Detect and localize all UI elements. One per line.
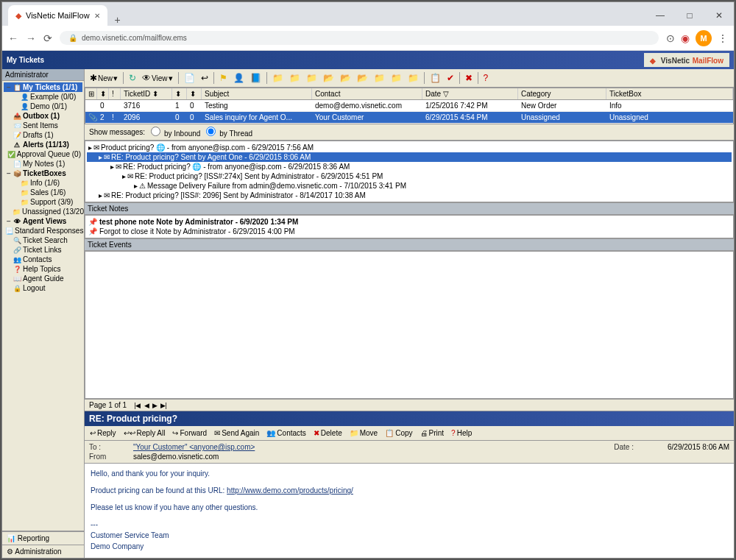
sidebar-item[interactable]: 👥Contacts <box>4 255 82 264</box>
sidebar-item[interactable]: 📁Sales (1/6) <box>4 188 82 197</box>
col-m2[interactable]: ⬍ <box>187 88 202 99</box>
extension-icon[interactable]: ◉ <box>681 32 690 44</box>
help-button[interactable]: ? <box>481 71 491 85</box>
ticket-row[interactable]: 📎2!209600Sales inquiry for Agent O...You… <box>85 112 733 124</box>
col-ticketbox[interactable]: TicketBox <box>606 88 733 99</box>
f9-button[interactable]: 📁 <box>406 71 421 85</box>
new-button[interactable]: ✱New ▾ <box>88 71 120 85</box>
new-tab-button[interactable]: + <box>107 14 128 26</box>
reply-button[interactable]: ↩Reply <box>88 428 118 438</box>
filter-thread[interactable]: by Thread <box>205 127 252 138</box>
reply-button[interactable]: ↩ <box>199 71 210 85</box>
sidebar-item[interactable]: 📃Standard Responses <box>4 226 82 235</box>
f8-button[interactable]: 📁 <box>389 71 404 85</box>
thread-item[interactable]: ▸✉ RE: Product pricing? 🌐 - from anyone@… <box>87 162 732 171</box>
sidebar-item[interactable]: 👤Example (0/0) <box>4 92 82 102</box>
help-button[interactable]: ?Help <box>449 428 474 438</box>
f7-button[interactable]: 📁 <box>372 71 387 85</box>
col-category[interactable]: Category <box>518 88 606 99</box>
address-bar[interactable]: 🔒 demo.visnetic.com/mailflow.ems <box>60 31 659 45</box>
replyall-button[interactable]: ↩↩Reply All <box>121 428 168 438</box>
tool1-button[interactable]: 📋 <box>428 71 443 85</box>
sidebar-item[interactable]: 📖Agent Guide <box>4 274 82 283</box>
reload-button[interactable]: ⟳ <box>43 32 52 44</box>
col-m1[interactable]: ⬍ <box>172 88 187 99</box>
filter-inbound-radio[interactable] <box>151 127 160 136</box>
profile-avatar[interactable]: M <box>696 30 712 46</box>
sidebar-item[interactable]: 🔒Logout <box>4 283 82 293</box>
browser-tab[interactable]: ◆ VisNetic MailFlow ✕ <box>8 5 107 26</box>
sidebar-item[interactable]: −👁Agent Views <box>4 216 82 226</box>
settings-icon[interactable]: ⊙ <box>666 32 675 44</box>
pager-next[interactable]: ▶ <box>152 402 158 409</box>
pager-first[interactable]: |◀ <box>134 402 141 409</box>
sidebar-footer-item[interactable]: 📊 Reporting <box>2 531 84 545</box>
pricing-link[interactable]: http://www.demo.com/products/pricing/ <box>227 486 353 495</box>
f2-button[interactable]: 📁 <box>287 71 302 85</box>
print-button[interactable]: 🖨Print <box>418 428 447 438</box>
sidebar-item[interactable]: ⚠Alerts (11/13) <box>4 140 82 149</box>
sidebar-item[interactable]: 📨Sent Items <box>4 121 82 130</box>
sidebar-item[interactable]: 📄My Notes (1) <box>4 159 82 169</box>
f3-button[interactable]: 📁 <box>304 71 319 85</box>
col-pri[interactable]: ! <box>109 88 121 99</box>
ticket-row[interactable]: 0371610Testingdemo@demo.visnetic.com1/25… <box>85 100 733 112</box>
col-flag[interactable]: ⊞ <box>85 88 97 99</box>
menu-icon[interactable]: ⋮ <box>718 32 728 44</box>
copy-button[interactable]: 📋Copy <box>383 428 414 438</box>
sidebar-item[interactable]: 👤Demo (0/1) <box>4 102 82 111</box>
contacts-button[interactable]: 👥Contacts <box>264 428 308 438</box>
sidebar-item[interactable]: ✅Approval Queue (0) <box>4 149 82 159</box>
filter-inbound[interactable]: by Inbound <box>149 127 200 138</box>
sidebar-item[interactable]: −📋My Tickets (1/1) <box>4 82 82 92</box>
thread-item[interactable]: ▸✉ Product pricing? 🌐 - from anyone@isp.… <box>87 143 732 152</box>
sidebar-item[interactable]: 🔍Ticket Search <box>4 235 82 245</box>
pager-prev[interactable]: ◀ <box>144 402 149 409</box>
sidebar-item[interactable]: −📦TicketBoxes <box>4 169 82 178</box>
delete-button[interactable]: ✖Delete <box>311 428 344 438</box>
sidebar-item[interactable]: ❓Help Topics <box>4 264 82 274</box>
filter-thread-radio[interactable] <box>206 127 216 136</box>
check-button[interactable]: ✔ <box>445 71 456 85</box>
thread-item[interactable]: ▸⚠ Message Delivery Failure from admin@d… <box>87 181 732 191</box>
col-att[interactable]: ⬍ <box>97 88 109 99</box>
view-button[interactable]: 👁View ▾ <box>140 71 175 85</box>
sidebar-footer-item[interactable]: ⚙ Administration <box>2 545 84 558</box>
note-item[interactable]: 📌Forgot to close it Note by Administrato… <box>87 227 732 236</box>
tab-close-icon[interactable]: ✕ <box>94 12 100 20</box>
f1-button[interactable]: 📁 <box>270 71 286 85</box>
sidebar-item[interactable]: 📁Info (1/6) <box>4 178 82 188</box>
forward-button[interactable]: → <box>26 32 36 44</box>
refresh-button[interactable]: ↻ <box>127 71 138 85</box>
thread-item[interactable]: ▸✉ RE: Product pricing? [ISS#: 2096] Sen… <box>87 191 732 200</box>
sidebar-item[interactable]: 🔗Ticket Links <box>4 245 82 255</box>
move-button[interactable]: 📁Move <box>347 428 380 438</box>
book-button[interactable]: 📘 <box>248 71 263 85</box>
forward-button[interactable]: ↪Forward <box>170 428 209 438</box>
col-contact[interactable]: Contact <box>312 88 422 99</box>
col-ticketid[interactable]: TicketID ⬍ <box>121 88 172 99</box>
col-date[interactable]: Date ▽ <box>422 88 518 99</box>
f4-button[interactable]: 📂 <box>321 71 336 85</box>
to-value[interactable]: "Your Customer" <anyone@isp.com> <box>133 443 255 451</box>
delete-button[interactable]: ✖ <box>463 71 475 85</box>
sidebar-item[interactable]: 📁Support (3/9) <box>4 197 82 207</box>
note-item[interactable]: 📌test phone note Note by Administrator -… <box>87 217 732 227</box>
f6-button[interactable]: 📂 <box>355 71 370 85</box>
maximize-button[interactable]: □ <box>675 5 704 26</box>
assign-button[interactable]: 👤 <box>231 71 247 85</box>
doc-button[interactable]: 📄 <box>182 71 197 85</box>
f5-button[interactable]: 📂 <box>338 71 353 85</box>
thread-item[interactable]: ▸✉ RE: Product pricing? Sent by Agent On… <box>87 152 732 162</box>
pager-last[interactable]: ▶| <box>160 402 167 409</box>
close-button[interactable]: ✕ <box>704 5 734 26</box>
sidebar-item[interactable]: 📤Outbox (1) <box>4 111 82 121</box>
thread-item[interactable]: ▸✉ RE: Product pricing? [ISS#:274x] Sent… <box>87 171 732 181</box>
minimize-button[interactable]: — <box>645 5 675 26</box>
sidebar-item[interactable]: 📝Drafts (1) <box>4 130 82 140</box>
flag1-button[interactable]: ⚑ <box>217 71 230 85</box>
sendagain-button[interactable]: ✉Send Again <box>212 428 261 438</box>
back-button[interactable]: ← <box>8 32 18 44</box>
sidebar-item[interactable]: 📁Unassigned (13/20) <box>4 207 82 216</box>
col-subject[interactable]: Subject <box>202 88 312 99</box>
